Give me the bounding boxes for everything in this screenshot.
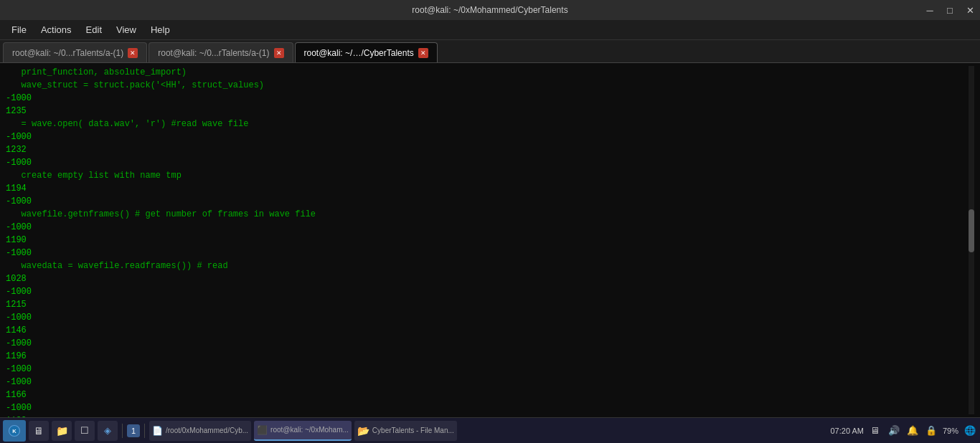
menu-actions[interactable]: Actions [35, 22, 77, 37]
notification-icon: 🔔 [905, 424, 920, 438]
battery-label: 79% [943, 427, 958, 435]
taskbar-icon-kali[interactable]: ◈ [98, 421, 118, 441]
kali-icon: ◈ [104, 425, 111, 436]
menu-view[interactable]: View [110, 22, 142, 37]
lock-icon: 🔒 [924, 424, 938, 438]
taskbar-icon-monitor[interactable]: 🖥 [29, 421, 49, 441]
taskbar-time: 07:20 AM [830, 427, 863, 435]
tab-2-close[interactable]: ✕ [274, 48, 284, 58]
window-controls: ─ □ ✕ [920, 0, 980, 20]
sound-icon: 🔊 [887, 424, 901, 438]
taskbar-script-item[interactable]: 📄 /root/0xMohammed/Cyb... [149, 421, 251, 441]
start-button[interactable]: K [3, 420, 26, 442]
close-button[interactable]: ✕ [960, 0, 980, 20]
maximize-button[interactable]: □ [940, 0, 960, 20]
menu-help[interactable]: Help [145, 22, 176, 37]
files-icon: 📁 [56, 425, 68, 437]
window-title: root@kali: ~/0xMohammed/CyberTalents [412, 5, 567, 15]
menu-edit[interactable]: Edit [80, 22, 108, 37]
title-bar: root@kali: ~/0xMohammed/CyberTalents ─ □… [0, 0, 980, 20]
taskbar-terminal-label: root@kali: ~/0xMoham... [270, 426, 349, 434]
tab-bar: root@kali: ~/0...rTalents/a-(1) ✕ root@k… [0, 40, 980, 63]
taskbar-folder-label: CyberTalents - File Man... [372, 427, 454, 434]
scrollbar[interactable] [969, 66, 974, 414]
tab-1-label: root@kali: ~/0...rTalents/a-(1) [12, 48, 123, 58]
taskbar-icon-files[interactable]: 📁 [52, 421, 72, 441]
scrollbar-thumb[interactable] [969, 209, 974, 252]
terminal-content[interactable]: print_function, absolute_import) wave_st… [0, 63, 980, 417]
tab-2[interactable]: root@kali: ~/0...rTalents/a-(1) ✕ [149, 42, 293, 62]
minimize-button[interactable]: ─ [920, 0, 940, 20]
tab-3[interactable]: root@kali: ~/…/CyberTalents ✕ [295, 42, 438, 62]
box-icon: ☐ [80, 425, 89, 436]
tab-2-label: root@kali: ~/0...rTalents/a-(1) [158, 48, 269, 58]
taskbar-right: 07:20 AM 🖥 🔊 🔔 🔒 79% 🌐 [830, 424, 977, 438]
script-icon: 📄 [152, 426, 163, 436]
tab-1[interactable]: root@kali: ~/0...rTalents/a-(1) ✕ [3, 42, 147, 62]
menu-bar: File Actions Edit View Help [0, 20, 980, 40]
menu-file[interactable]: File [6, 22, 32, 37]
svg-text:K: K [12, 428, 17, 434]
taskbar-icon-box[interactable]: ☐ [75, 421, 95, 441]
taskbar-separator-2 [144, 424, 145, 438]
monitor-icon: 🖥 [34, 425, 44, 437]
taskbar: K 🖥 📁 ☐ ◈ 1 📄 /root/0xMohammed/Cyb... ⬛ … [0, 417, 980, 443]
taskbar-folder-item[interactable]: 📂 CyberTalents - File Man... [354, 421, 457, 441]
taskbar-script-label: /root/0xMohammed/Cyb... [166, 427, 248, 434]
terminal-output: print_function, absolute_import) wave_st… [6, 66, 969, 414]
tab-3-close[interactable]: ✕ [418, 48, 428, 58]
tab-1-close[interactable]: ✕ [128, 48, 138, 58]
folder-icon: 📂 [357, 425, 369, 437]
network-icon: 🌐 [963, 424, 977, 438]
taskbar-terminal-item[interactable]: ⬛ root@kali: ~/0xMoham... [254, 421, 352, 441]
tab-3-label: root@kali: ~/…/CyberTalents [304, 48, 414, 58]
taskbar-separator-1 [122, 424, 123, 438]
monitor-status-icon: 🖥 [868, 424, 882, 438]
terminal-icon: ⬛ [257, 425, 268, 435]
taskbar-workspace-number[interactable]: 1 [127, 424, 140, 437]
